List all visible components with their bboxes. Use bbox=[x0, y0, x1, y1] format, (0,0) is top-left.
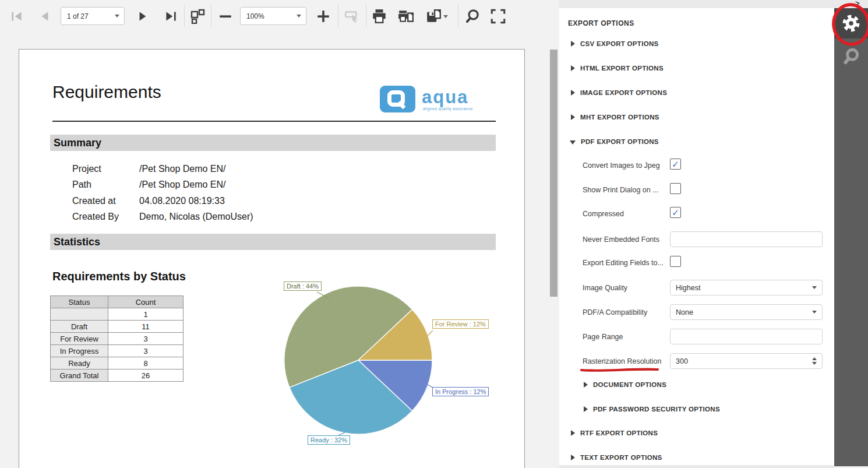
chevron-down-icon bbox=[297, 15, 301, 17]
table-row: Draft 11 bbox=[51, 321, 184, 333]
panel-title: EXPORT OPTIONS bbox=[568, 19, 634, 27]
section-rtf-export-options[interactable]: RTF EXPORT OPTIONS bbox=[571, 430, 658, 437]
toolbar-separator bbox=[184, 5, 185, 27]
toolbar-separator bbox=[458, 5, 458, 27]
page-selector-value: 1 of 27 bbox=[67, 12, 110, 20]
highlight-editing-fields-button[interactable] bbox=[344, 8, 361, 25]
toolbar-separator bbox=[366, 5, 366, 27]
export-options-panel: EXPORT OPTIONS CSV EXPORT OPTIONS HTML E… bbox=[559, 8, 834, 465]
chart-heading: Requirements by Status bbox=[52, 270, 186, 283]
status-cell: Ready bbox=[51, 357, 108, 370]
pdfa-compatibility-value: None bbox=[676, 308, 693, 316]
requirements-by-status-table: Status Count 1 Draft 11 For Review 3 In … bbox=[50, 295, 184, 382]
field-value: /Pet Shop Demo EN/ bbox=[139, 180, 226, 190]
spinner-down-icon[interactable] bbox=[812, 362, 817, 365]
compressed-checkbox[interactable] bbox=[670, 207, 681, 218]
chevron-right-icon bbox=[584, 382, 588, 388]
search-icon bbox=[842, 47, 860, 66]
fullscreen-button[interactable] bbox=[489, 8, 507, 25]
chevron-down-icon bbox=[570, 140, 576, 145]
never-embedded-fonts-input[interactable] bbox=[670, 231, 823, 247]
print-button[interactable] bbox=[371, 8, 388, 25]
rasterization-resolution-spinner[interactable]: 300 bbox=[670, 353, 823, 369]
previous-page-button[interactable] bbox=[36, 8, 54, 25]
status-cell: In Progress bbox=[51, 345, 108, 357]
next-page-button[interactable] bbox=[134, 8, 151, 25]
count-cell: 26 bbox=[108, 370, 184, 382]
show-print-dialog-checkbox[interactable] bbox=[670, 183, 681, 194]
fullscreen-icon bbox=[490, 8, 506, 24]
table-row: 1 bbox=[51, 308, 184, 321]
last-page-icon bbox=[163, 9, 178, 24]
toolbar-separator bbox=[211, 5, 211, 27]
pie-label-ready: Ready : 32% bbox=[308, 435, 350, 445]
page-selector[interactable]: 1 of 27 bbox=[61, 7, 125, 25]
status-cell: Draft bbox=[51, 321, 108, 333]
table-row: In Progress 3 bbox=[51, 345, 184, 357]
page-range-input[interactable] bbox=[670, 329, 823, 344]
convert-images-to-jpeg-checkbox[interactable] bbox=[670, 159, 681, 170]
editing-fields-icon bbox=[344, 8, 361, 24]
column-header-status: Status bbox=[51, 296, 108, 308]
option-label-show-print-dialog: Show Print Dialog on ... bbox=[583, 186, 659, 194]
section-html-export-options[interactable]: HTML EXPORT OPTIONS bbox=[571, 65, 664, 72]
table-row: For Review 3 bbox=[51, 333, 184, 345]
count-cell: 11 bbox=[108, 321, 184, 333]
column-header-count: Count bbox=[108, 296, 184, 308]
next-page-icon bbox=[135, 9, 150, 24]
aqua-logo: aqua aligned quality assurance bbox=[380, 86, 496, 115]
export-editing-fields-checkbox[interactable] bbox=[670, 256, 681, 267]
chevron-right-icon bbox=[571, 455, 575, 460]
section-mht-export-options[interactable]: MHT EXPORT OPTIONS bbox=[571, 114, 659, 121]
section-pdf-password-security-options[interactable]: PDF PASSWORD SECURITY OPTIONS bbox=[584, 406, 720, 413]
section-document-options[interactable]: DOCUMENT OPTIONS bbox=[584, 381, 666, 388]
multipage-icon bbox=[190, 9, 205, 24]
aqua-logo-mark bbox=[380, 86, 415, 112]
search-tab[interactable] bbox=[834, 42, 868, 71]
section-pdf-export-options[interactable]: PDF EXPORT OPTIONS bbox=[570, 138, 659, 145]
section-text-export-options[interactable]: TEXT EXPORT OPTIONS bbox=[571, 454, 662, 461]
export-icon bbox=[426, 8, 442, 24]
multipage-view-button[interactable] bbox=[189, 8, 206, 25]
section-csv-export-options[interactable]: CSV EXPORT OPTIONS bbox=[571, 40, 658, 47]
zoom-selector[interactable]: 100% bbox=[240, 7, 306, 25]
chevron-down-icon bbox=[443, 15, 448, 18]
rasterization-resolution-value: 300 bbox=[676, 357, 688, 365]
report-page: Requirements aqua aligned quality assura… bbox=[19, 49, 525, 468]
last-page-button[interactable] bbox=[162, 8, 179, 25]
aqua-logo-tagline: aligned quality assurance bbox=[423, 107, 473, 111]
field-label: Path bbox=[72, 180, 91, 190]
plus-icon bbox=[316, 9, 331, 24]
export-settings-tab[interactable] bbox=[834, 8, 868, 38]
document-scrollbar-thumb[interactable] bbox=[550, 50, 558, 297]
chevron-right-icon bbox=[571, 65, 575, 71]
export-button[interactable] bbox=[424, 8, 450, 25]
field-value: /Pet Shop Demo EN/ bbox=[139, 164, 226, 174]
section-image-export-options[interactable]: IMAGE EXPORT OPTIONS bbox=[571, 89, 667, 96]
search-button[interactable] bbox=[464, 8, 481, 25]
chevron-right-icon bbox=[584, 406, 588, 412]
viewer-toolbar: 1 of 27 100% bbox=[0, 0, 559, 33]
first-page-icon bbox=[9, 9, 24, 24]
image-quality-value: Highest bbox=[676, 284, 700, 292]
report-title: Requirements bbox=[52, 82, 161, 102]
zoom-selector-value: 100% bbox=[246, 12, 292, 20]
first-page-button[interactable] bbox=[8, 8, 26, 25]
image-quality-select[interactable]: Highest bbox=[670, 280, 823, 295]
chevron-right-icon bbox=[571, 114, 575, 120]
count-cell: 3 bbox=[108, 333, 184, 345]
pie-label-draft: Draft : 44% bbox=[284, 281, 322, 291]
print-page-button[interactable] bbox=[397, 8, 415, 25]
count-cell: 3 bbox=[108, 345, 184, 357]
collapse-panel-chevron[interactable]: > bbox=[855, 0, 860, 8]
zoom-out-button[interactable] bbox=[217, 8, 234, 25]
pdfa-compatibility-select[interactable]: None bbox=[670, 304, 823, 320]
chevron-down-icon bbox=[115, 15, 119, 17]
pie-label-in-progress: In Progress : 12% bbox=[432, 387, 489, 396]
zoom-in-button[interactable] bbox=[315, 8, 332, 25]
toolbar-separator bbox=[338, 5, 338, 27]
status-pie-chart: Draft : 44% For Review : 12% In Progress… bbox=[269, 275, 490, 456]
spinner-up-icon[interactable] bbox=[812, 357, 817, 360]
table-header-row: Status Count bbox=[51, 296, 184, 308]
panel-top-strip bbox=[559, 0, 868, 8]
